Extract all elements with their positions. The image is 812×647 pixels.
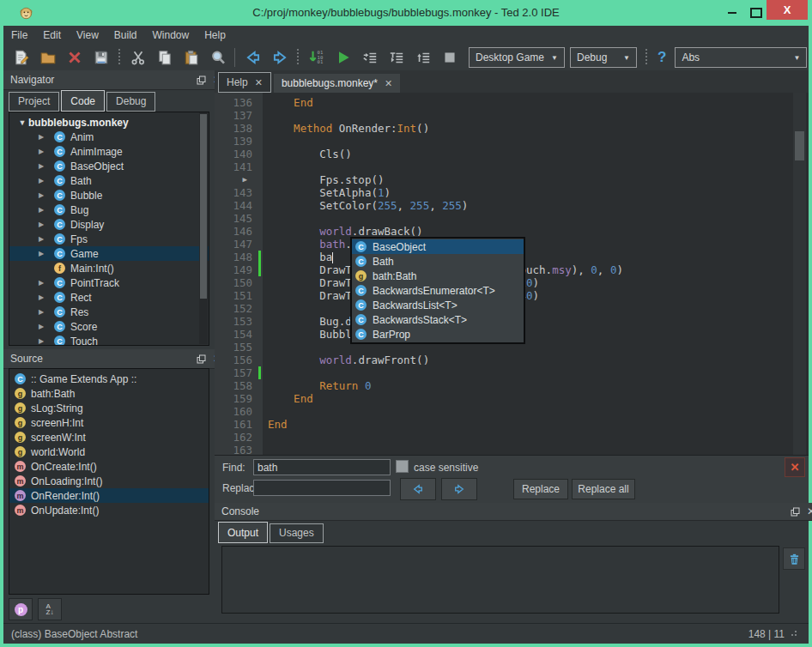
code-line[interactable]: 157 — [215, 366, 809, 379]
chevron-collapsed-icon[interactable]: ▶ — [39, 293, 47, 301]
editor-scrollbar[interactable] — [793, 93, 806, 455]
tree-item-fps[interactable]: ▶CFps — [9, 232, 209, 246]
update-modules-icon[interactable]: 01 10 01 — [308, 49, 325, 66]
step-out-icon[interactable] — [415, 49, 432, 66]
autocomplete-item[interactable]: CBath — [352, 254, 524, 269]
float-panel-icon[interactable] — [791, 507, 800, 517]
chevron-collapsed-icon[interactable]: ▶ — [39, 279, 47, 287]
tab-usages[interactable]: Usages — [270, 523, 324, 543]
config-select[interactable]: Debug ▼ — [570, 47, 637, 68]
code-line[interactable]: 137 — [215, 109, 809, 122]
chevron-collapsed-icon[interactable]: ▶ — [39, 235, 47, 243]
titlebar[interactable]: C:/proj/monkey/bubblebugs/bubblebugs.mon… — [0, 0, 812, 26]
code-line[interactable]: 161End — [215, 418, 809, 431]
code-line[interactable]: 140 Cls() — [215, 148, 809, 160]
tab-output[interactable]: Output — [218, 522, 268, 543]
tab-code[interactable]: Code — [61, 90, 105, 112]
chevron-collapsed-icon[interactable]: ▶ — [39, 206, 47, 214]
chevron-collapsed-icon[interactable]: ▶ — [39, 337, 47, 345]
case-sensitive-checkbox[interactable] — [396, 460, 409, 473]
source-item[interactable]: gbath:Bath — [9, 386, 209, 401]
tab-bubblebugs-monkey[interactable]: bubblebugs.monkey* ✕ — [274, 74, 400, 93]
menu-help[interactable]: Help — [197, 26, 233, 45]
autocomplete-item[interactable]: CBackwardsEnumerator<T> — [352, 283, 524, 298]
menu-view[interactable]: View — [69, 26, 106, 45]
autocomplete-item[interactable]: gbath:Bath — [352, 269, 524, 283]
cut-icon[interactable] — [130, 49, 147, 66]
target-select[interactable]: Desktop Game ▼ — [469, 47, 565, 68]
autocomplete-item[interactable]: CBaseObject — [352, 239, 524, 254]
replace-input[interactable] — [253, 480, 391, 496]
source-item[interactable]: mOnRender:Int() — [9, 488, 209, 503]
tab-project[interactable]: Project — [9, 92, 59, 112]
tree-item-animimage[interactable]: ▶CAnimImage — [9, 144, 209, 159]
maximize-button[interactable] — [745, 3, 767, 22]
tree-item-bubble[interactable]: ▶CBubble — [9, 188, 209, 203]
console-output[interactable] — [221, 546, 779, 614]
replace-all-button[interactable]: Replace all — [572, 479, 635, 499]
menu-window[interactable]: Window — [145, 26, 197, 45]
clear-console-button[interactable] — [783, 547, 805, 570]
source-item[interactable]: gscreenW:Int — [9, 430, 209, 444]
source-item[interactable]: gworld:World — [9, 444, 209, 459]
chevron-collapsed-icon[interactable]: ▶ — [39, 323, 47, 330]
tree-item-pointtrack[interactable]: ▶CPointTrack — [9, 275, 209, 290]
code-line[interactable]: 136 End — [215, 96, 809, 109]
source-item[interactable]: gscreenH:Int — [9, 415, 209, 430]
minimize-button[interactable] — [721, 3, 743, 22]
chevron-expanded-icon[interactable]: ▼ — [16, 118, 28, 127]
run-icon[interactable] — [335, 49, 352, 66]
save-file-icon[interactable] — [93, 49, 110, 66]
chevron-collapsed-icon[interactable]: ▶ — [39, 221, 47, 228]
tree-item-main-int-[interactable]: ▶fMain:Int() — [9, 261, 209, 275]
back-icon[interactable] — [245, 49, 262, 66]
autocomplete-item[interactable]: CBarProp — [352, 327, 524, 342]
resize-grip-icon[interactable] — [790, 631, 797, 638]
tree-item-bug[interactable]: ▶CBug — [9, 203, 209, 217]
code-line[interactable]: 138 Method OnRender:Int() — [215, 122, 809, 135]
symbol-search-combo[interactable]: Abs ▼ — [675, 47, 807, 68]
help-icon[interactable]: ? — [657, 49, 666, 66]
search-icon[interactable] — [209, 49, 227, 66]
tab-debug[interactable]: Debug — [106, 92, 155, 112]
tree-item-res[interactable]: ▶CRes — [9, 305, 209, 319]
code-line[interactable]: 159 End — [215, 392, 809, 405]
replace-button[interactable]: Replace — [513, 479, 568, 499]
autocomplete-item[interactable]: CBackwardsList<T> — [352, 298, 524, 312]
chevron-collapsed-icon[interactable]: ▶ — [39, 308, 47, 316]
scrollbar-handle[interactable] — [795, 131, 804, 160]
find-previous-button[interactable] — [400, 478, 436, 500]
close-button[interactable]: X — [767, 0, 808, 20]
tree-item-game[interactable]: ▶CGame — [9, 246, 209, 261]
paste-icon[interactable] — [183, 49, 200, 66]
tab-help[interactable]: Help ✕ — [218, 72, 271, 93]
code-line[interactable]: 144 SetColor(255, 255, 255) — [215, 199, 809, 212]
menu-edit[interactable]: Edit — [35, 26, 69, 45]
tree-item-rect[interactable]: ▶CRect — [9, 290, 209, 305]
code-line[interactable]: ▶ Fps.stop() — [215, 173, 809, 186]
tab-close-icon[interactable]: ✕ — [385, 78, 392, 89]
menu-build[interactable]: Build — [106, 26, 145, 45]
float-panel-icon[interactable] — [197, 76, 206, 85]
tab-close-icon[interactable]: ✕ — [255, 77, 263, 88]
step-icon[interactable] — [361, 49, 379, 66]
step-in-icon[interactable] — [388, 49, 405, 66]
source-item[interactable]: C:: Game Extends App :: — [9, 372, 209, 386]
close-file-icon[interactable] — [66, 49, 83, 66]
find-input[interactable] — [253, 459, 391, 475]
tree-root[interactable]: ▼ bubblebugs.monkey — [9, 115, 209, 130]
forward-icon[interactable] — [271, 49, 288, 66]
chevron-collapsed-icon[interactable]: ▶ — [39, 250, 47, 257]
source-item[interactable]: mOnUpdate:Int() — [9, 503, 209, 517]
code-editor[interactable]: 136 End137138 Method OnRender:Int()13914… — [215, 93, 809, 455]
navigator-scrollbar[interactable] — [199, 112, 208, 344]
code-line[interactable]: 163 — [215, 444, 809, 455]
autocomplete-item[interactable]: CBackwardsStack<T> — [352, 312, 524, 327]
open-folder-icon[interactable] — [39, 49, 57, 66]
tree-item-touch[interactable]: ▶CTouch — [9, 334, 209, 346]
new-file-icon[interactable] — [13, 49, 30, 66]
tree-item-bath[interactable]: ▶CBath — [9, 173, 209, 188]
source-item[interactable]: mOnLoading:Int() — [9, 474, 209, 488]
chevron-collapsed-icon[interactable]: ▶ — [39, 191, 47, 199]
source-item[interactable]: mOnCreate:Int() — [9, 459, 209, 474]
